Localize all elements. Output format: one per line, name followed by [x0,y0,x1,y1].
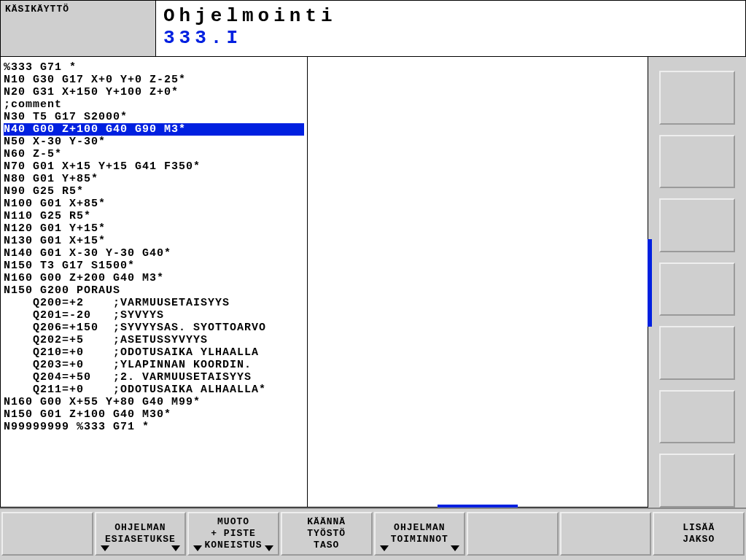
code-line[interactable]: %333 G71 * [4,61,304,74]
mode-indicator: KÄSIKÄYTTÖ [0,0,156,57]
code-line[interactable]: N120 G01 Y+15* [4,222,304,235]
softkey-label: ESIASETUKSE [105,534,176,545]
softkey-empty-5[interactable] [467,512,559,556]
code-line[interactable]: N80 G01 Y+85* [4,173,304,185]
softkey-ohjelman[interactable]: OHJELMANTOIMINNOT [374,512,466,556]
code-line[interactable]: Q206=+150 ;SYVYYSAS. SYOTTOARVO [4,322,304,334]
softkey-empty-6[interactable] [560,512,652,556]
softkey-label: OHJELMAN [394,522,445,534]
softkey-lisää[interactable]: LISÄÄJAKSO [653,512,745,556]
code-line[interactable]: N130 G01 X+15* [4,235,304,247]
side-button-2[interactable] [659,135,735,189]
code-line[interactable]: ;comment [4,98,304,111]
code-line[interactable]: N100 G01 X+85* [4,198,304,210]
softkey-muoto[interactable]: MUOTO+ PISTEKONEISTUS [187,512,279,556]
code-line[interactable]: N10 G30 G17 X+0 Y+0 Z-25* [4,74,304,86]
code-line[interactable]: N160 G00 X+55 Y+80 G40 M99* [4,396,304,408]
code-line[interactable]: Q203=+0 ;YLAPINNAN KOORDIN. [4,359,304,371]
code-line[interactable]: Q210=+0 ;ODOTUSAIKA YLHAALLA [4,346,304,359]
softkey-label: TYÖSTÖ [307,528,346,540]
code-line[interactable]: N90 G25 R5* [4,185,304,198]
code-line[interactable]: N150 G200 PORAUS [4,284,304,297]
side-button-1[interactable] [659,71,735,125]
softkey-käännä[interactable]: KÄÄNNÄTYÖSTÖTASO [281,512,373,556]
screen-title: Ohjelmointi [163,5,738,27]
side-button-4[interactable] [659,262,735,316]
program-name: 333.I [163,27,738,49]
chevron-down-icon [451,545,459,551]
chevron-down-icon [265,545,273,551]
code-line[interactable]: Q200=+2 ;VARMUUSETAISYYS [4,297,304,309]
softkey-label: JAKSO [683,534,715,545]
softkey-label: + PISTE [211,528,256,540]
code-line[interactable]: N160 G00 Z+200 G40 M3* [4,272,304,284]
graphic-panel [308,57,648,508]
softkey-label: TOIMINNOT [391,534,448,545]
code-line[interactable]: Q202=+5 ;ASETUSSYVYYS [4,334,304,346]
code-line[interactable]: N20 G31 X+150 Y+100 Z+0* [4,86,304,98]
softkey-empty-0[interactable] [1,512,93,556]
chevron-down-icon [101,545,109,551]
title-panel: Ohjelmointi 333.I [156,0,746,57]
chevron-down-icon [193,545,202,551]
panel-tab-indicator [438,505,518,508]
code-line[interactable]: Q204=+50 ;2. VARMUUSETAISYYS [4,371,304,384]
code-line[interactable]: N50 X-30 Y-30* [4,136,304,148]
softkey-bar: OHJELMANESIASETUKSEMUOTO+ PISTEKONEISTUS… [0,508,746,559]
scroll-thumb[interactable] [648,239,652,327]
softkey-label: OHJELMAN [114,522,166,534]
code-line[interactable]: Q211=+0 ;ODOTUSAIKA ALHAALLA* [4,384,304,396]
code-line[interactable]: N150 T3 G17 S1500* [4,260,304,272]
side-button-3[interactable] [659,198,735,252]
code-line[interactable]: N40 G00 Z+100 G40 G90 M3* [4,123,304,136]
code-line[interactable]: N150 G01 Z+100 G40 M30* [4,408,304,421]
nc-program-editor[interactable]: %333 G71 *N10 G30 G17 X+0 Y+0 Z-25*N20 G… [0,57,308,508]
vertical-softkey-bar [648,57,746,508]
mode-label: KÄSIKÄYTTÖ [5,4,69,15]
code-line[interactable]: Q201=-20 ;SYVYYS [4,309,304,322]
code-line[interactable]: N70 G01 X+15 Y+15 G41 F350* [4,160,304,173]
softkey-label: LISÄÄ [683,522,715,534]
softkey-label: KÄÄNNÄ [307,516,346,528]
softkey-label: KONEISTUS [204,540,262,551]
code-line[interactable]: N60 Z-5* [4,148,304,160]
softkey-label: TASO [314,540,339,551]
chevron-down-icon [380,545,389,551]
code-line[interactable]: N30 T5 G17 S2000* [4,111,304,123]
code-line[interactable]: N110 G25 R5* [4,210,304,222]
code-line[interactable]: N99999999 %333 G71 * [4,421,304,433]
code-line[interactable]: N140 G01 X-30 Y-30 G40* [4,247,304,260]
chevron-down-icon [171,545,180,551]
side-button-6[interactable] [659,390,735,444]
side-button-5[interactable] [659,326,735,380]
softkey-ohjelman[interactable]: OHJELMANESIASETUKSE [95,512,187,556]
side-button-7[interactable] [659,454,735,508]
softkey-label: MUOTO [217,516,249,528]
